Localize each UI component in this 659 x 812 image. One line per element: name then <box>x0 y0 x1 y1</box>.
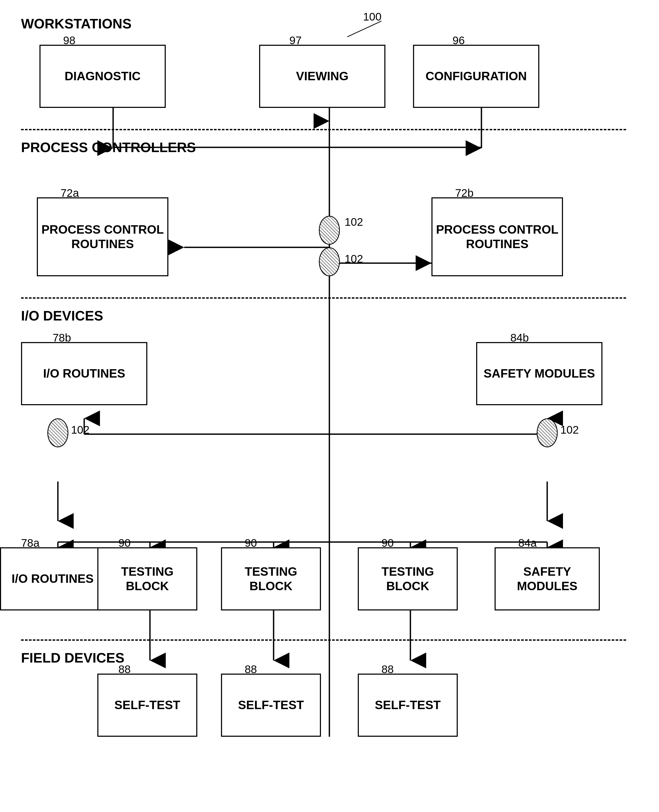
divider-3 <box>21 639 626 641</box>
process-control-left-box: PROCESS CONTROL ROUTINES <box>37 197 169 276</box>
viewing-box: VIEWING <box>259 45 385 108</box>
ref-102-io-left: 102 <box>71 424 90 436</box>
ref-72a: 72a <box>60 187 79 199</box>
ref-72b: 72b <box>455 187 473 199</box>
self-test-1-box: SELF-TEST <box>97 673 197 737</box>
field-devices-label: FIELD DEVICES <box>21 650 125 666</box>
io-routines-bottom-box: I/O ROUTINES <box>0 547 105 610</box>
ref-88-3: 88 <box>382 663 394 676</box>
ref-102-io-right: 102 <box>560 424 579 436</box>
workstations-label: WORKSTATIONS <box>21 16 132 32</box>
configuration-box: CONFIGURATION <box>413 45 539 108</box>
bus-node-2 <box>319 248 340 276</box>
ref-90-1: 90 <box>118 537 131 549</box>
ref-98: 98 <box>63 34 76 47</box>
ref-78a: 78a <box>21 537 39 549</box>
self-test-2-box: SELF-TEST <box>221 673 321 737</box>
ref-78b: 78b <box>53 331 71 344</box>
ref-97: 97 <box>289 34 302 47</box>
self-test-3-box: SELF-TEST <box>358 673 458 737</box>
io-routines-top-box: I/O ROUTINES <box>21 342 147 405</box>
ref-90-2: 90 <box>245 537 257 549</box>
ref-84b: 84b <box>510 331 529 344</box>
ref-102-1: 102 <box>345 216 363 229</box>
testing-block-2-box: TESTING BLOCK <box>221 547 321 610</box>
divider-2 <box>21 297 626 299</box>
divider-1 <box>21 129 626 130</box>
bus-node-1 <box>319 216 340 245</box>
safety-modules-top-box: SAFETY MODULES <box>476 342 602 405</box>
bus-node-io-left <box>47 418 68 447</box>
ref-96: 96 <box>452 34 465 47</box>
svg-line-23 <box>347 21 382 37</box>
ref-88-1: 88 <box>118 663 131 676</box>
io-devices-label: I/O DEVICES <box>21 308 103 324</box>
bus-node-io-right <box>537 418 558 447</box>
safety-modules-bottom-box: SAFETY MODULES <box>495 547 600 610</box>
process-controllers-label: PROCESS CONTROLLERS <box>21 139 196 155</box>
testing-block-3-box: TESTING BLOCK <box>358 547 458 610</box>
diagnostic-box: DIAGNOSTIC <box>39 45 166 108</box>
testing-block-1-box: TESTING BLOCK <box>97 547 197 610</box>
ref-90-3: 90 <box>382 537 394 549</box>
process-control-right-box: PROCESS CONTROL ROUTINES <box>432 197 563 276</box>
ref-84a: 84a <box>518 537 537 549</box>
ref-102-2: 102 <box>345 252 363 265</box>
ref-88-2: 88 <box>245 663 257 676</box>
